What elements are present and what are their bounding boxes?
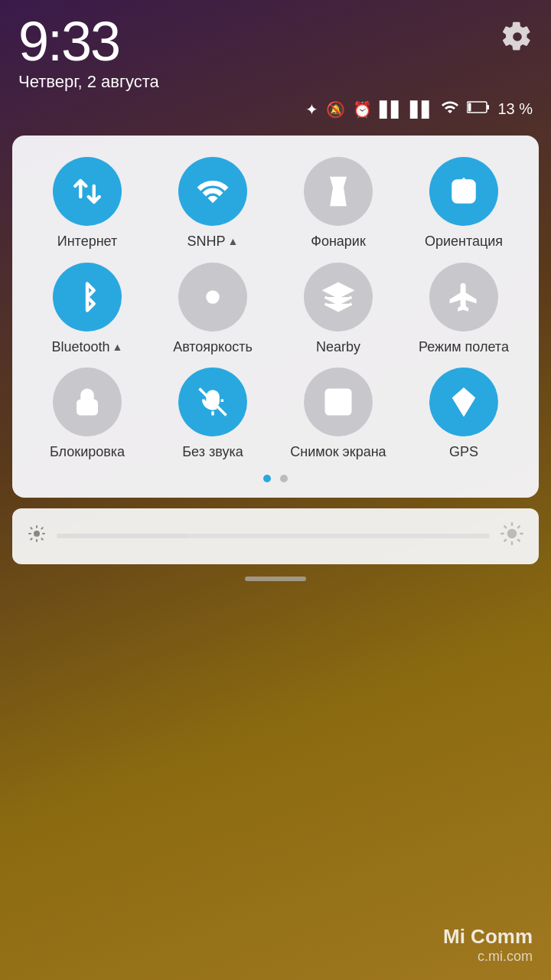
alarm-icon: ⏰ (353, 100, 372, 119)
gps-label: GPS (449, 444, 478, 461)
wifi-icon-circle (178, 157, 247, 226)
page-dot-1 (263, 475, 271, 482)
airplane-icon (448, 281, 480, 313)
svg-point-3 (336, 193, 341, 198)
battery-icon (467, 100, 490, 118)
screenshot-icon (322, 386, 354, 418)
lock-icon (71, 386, 103, 418)
quick-settings-panel: Интернет SNHP ▲ Фонарик (12, 136, 539, 498)
vibrate-icon: 🔕 (326, 100, 345, 119)
drag-handle (0, 577, 551, 581)
qs-auto-brightness[interactable]: A Автояркость (153, 263, 272, 356)
qs-flashlight[interactable]: Фонарик (279, 157, 398, 250)
airplane-label: Режим полета (419, 339, 509, 356)
svg-rect-7 (78, 400, 97, 414)
lock-label: Блокировка (50, 444, 125, 461)
auto-brightness-label: Автояркость (173, 339, 253, 356)
gps-icon-circle (429, 368, 498, 436)
bluetooth-icon (71, 281, 103, 313)
silent-icon-circle (178, 368, 247, 436)
page-dot-2 (280, 475, 288, 482)
qs-bluetooth[interactable]: Bluetooth ▲ (28, 263, 147, 356)
signal1-icon: ▋▋ (380, 100, 403, 119)
qs-screenshot[interactable]: Снимок экрана (279, 368, 398, 461)
gps-icon (448, 386, 480, 418)
svg-rect-1 (468, 103, 471, 112)
transfer-icon (71, 175, 103, 207)
svg-point-15 (507, 529, 517, 539)
brightness-track[interactable] (57, 534, 490, 538)
svg-text:A: A (208, 290, 217, 305)
internet-icon-circle (53, 157, 122, 226)
internet-label: Интернет (57, 234, 118, 250)
brightness-slider[interactable] (12, 508, 539, 564)
bluetooth-icon-circle (53, 263, 122, 332)
qs-nearby[interactable]: Nearby (279, 263, 398, 356)
screenshot-icon-circle (304, 368, 373, 436)
qs-gps[interactable]: GPS (404, 368, 523, 461)
clock: 9:33 (18, 14, 159, 69)
time-section: 9:33 Четверг, 2 августа (18, 14, 159, 92)
gear-icon (502, 21, 533, 52)
status-bar: 9:33 Четверг, 2 августа (0, 0, 551, 98)
brightness-auto-icon: A (197, 281, 229, 313)
brightness-high-icon (500, 522, 523, 550)
qs-internet[interactable]: Интернет (28, 157, 147, 250)
settings-button[interactable] (502, 14, 533, 52)
battery-percent: 13 % (497, 100, 533, 118)
bluetooth-label: Bluetooth ▲ (52, 339, 123, 356)
wifi-label: SNHP ▲ (187, 234, 239, 250)
date: Четверг, 2 августа (18, 72, 159, 92)
nearby-icon (322, 281, 354, 313)
qs-lock[interactable]: Блокировка (28, 368, 147, 461)
flashlight-label: Фонарик (311, 234, 366, 250)
bluetooth-status-icon: ✦ (305, 100, 318, 119)
screenshot-label: Снимок экрана (290, 444, 386, 461)
status-icons-row: ✦ 🔕 ⏰ ▋▋ ▋▋ 13 % (0, 98, 551, 128)
qs-wifi[interactable]: SNHP ▲ (153, 157, 272, 250)
signal2-icon: ▋▋ (410, 100, 433, 119)
quick-settings-grid: Интернет SNHP ▲ Фонарик (28, 157, 523, 461)
wifi-icon (197, 175, 229, 207)
silent-icon (197, 386, 229, 418)
orientation-icon (448, 175, 480, 207)
silent-label: Без звука (182, 444, 243, 461)
lock-icon-circle (53, 368, 122, 436)
qs-silent[interactable]: Без звука (153, 368, 272, 461)
brightness-fill (57, 534, 187, 538)
orientation-icon-circle (429, 157, 498, 226)
qs-orientation[interactable]: Ориентация (404, 157, 523, 250)
auto-brightness-icon-circle: A (178, 263, 247, 332)
watermark-line2: c.mi.com (443, 949, 533, 965)
wifi-icon (441, 98, 459, 120)
flashlight-icon (322, 175, 354, 207)
page-indicator (28, 475, 523, 482)
nearby-label: Nearby (316, 339, 360, 356)
orientation-label: Ориентация (425, 234, 503, 250)
flashlight-icon-circle (304, 157, 373, 226)
watermark-line1: Mi Comm (443, 925, 533, 949)
brightness-low-icon (28, 524, 46, 548)
qs-airplane[interactable]: Режим полета (404, 263, 523, 356)
handle-indicator (245, 577, 306, 581)
svg-point-14 (34, 531, 40, 537)
airplane-icon-circle (429, 263, 498, 332)
watermark: Mi Comm c.mi.com (443, 925, 533, 965)
nearby-icon-circle (304, 263, 373, 332)
svg-rect-2 (487, 105, 489, 109)
